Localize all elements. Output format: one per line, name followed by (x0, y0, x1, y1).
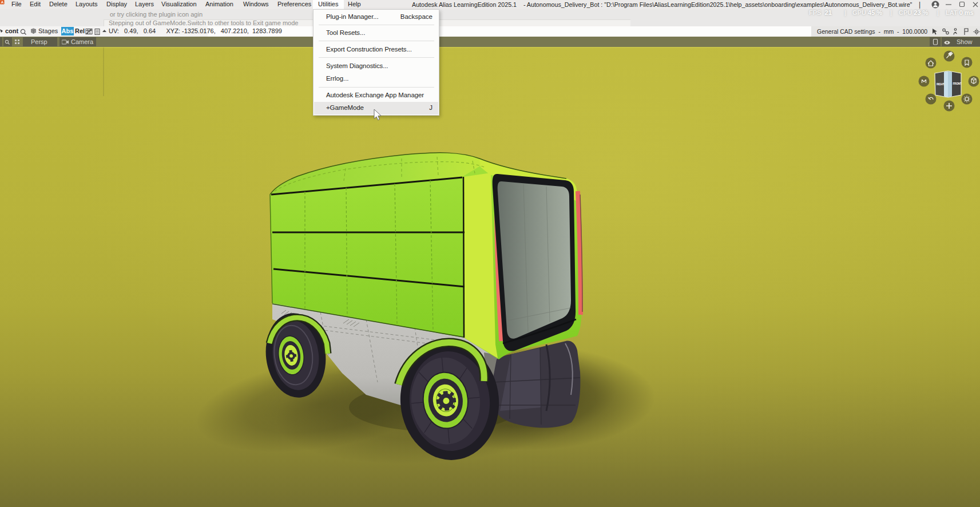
svg-text:RIGHT: RIGHT (937, 83, 945, 86)
svg-text:FRONT: FRONT (953, 82, 962, 85)
